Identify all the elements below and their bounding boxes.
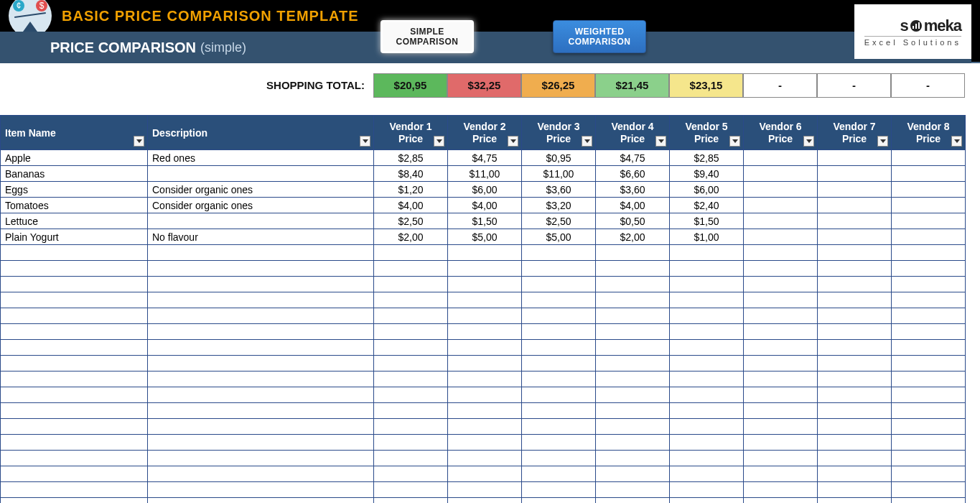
cell-empty[interactable] bbox=[596, 324, 670, 340]
cell-empty[interactable] bbox=[448, 340, 522, 356]
cell-empty[interactable] bbox=[892, 498, 966, 504]
cell-item[interactable]: Tomatoes bbox=[1, 198, 148, 213]
cell-empty[interactable] bbox=[148, 403, 374, 419]
cell-price-v1[interactable]: $2,85 bbox=[374, 150, 448, 166]
cell-price-v3[interactable]: $11,00 bbox=[522, 166, 596, 182]
cell-price-v3[interactable]: $3,20 bbox=[522, 198, 596, 213]
table-row-empty[interactable] bbox=[1, 372, 966, 387]
cell-empty[interactable] bbox=[374, 261, 448, 277]
cell-empty[interactable] bbox=[744, 482, 818, 498]
cell-price-v4[interactable]: $4,00 bbox=[596, 198, 670, 213]
cell-empty[interactable] bbox=[744, 356, 818, 372]
cell-empty[interactable] bbox=[892, 292, 966, 308]
cell-empty[interactable] bbox=[744, 451, 818, 466]
cell-empty[interactable] bbox=[448, 498, 522, 504]
col-vendor-8[interactable]: Vendor 8Price bbox=[892, 116, 966, 150]
simple-comparison-button[interactable]: SIMPLE COMPARISON bbox=[381, 20, 474, 53]
cell-price-v7[interactable] bbox=[818, 150, 892, 166]
cell-description[interactable] bbox=[148, 166, 374, 182]
cell-empty[interactable] bbox=[448, 292, 522, 308]
cell-price-v6[interactable] bbox=[744, 229, 818, 245]
cell-empty[interactable] bbox=[448, 356, 522, 372]
cell-empty[interactable] bbox=[448, 435, 522, 451]
cell-empty[interactable] bbox=[670, 340, 744, 356]
cell-price-v7[interactable] bbox=[818, 229, 892, 245]
table-row-empty[interactable] bbox=[1, 498, 966, 504]
cell-empty[interactable] bbox=[448, 466, 522, 482]
table-row-empty[interactable] bbox=[1, 466, 966, 482]
cell-empty[interactable] bbox=[744, 324, 818, 340]
cell-empty[interactable] bbox=[448, 372, 522, 387]
cell-item[interactable]: Bananas bbox=[1, 166, 148, 182]
cell-empty[interactable] bbox=[448, 387, 522, 403]
col-vendor-1[interactable]: Vendor 1Price bbox=[374, 116, 448, 150]
cell-empty[interactable] bbox=[374, 498, 448, 504]
cell-empty[interactable] bbox=[374, 292, 448, 308]
cell-empty[interactable] bbox=[374, 419, 448, 435]
table-row[interactable]: Plain YogurtNo flavour$2,00$5,00$5,00$2,… bbox=[1, 229, 966, 245]
cell-empty[interactable] bbox=[892, 403, 966, 419]
cell-empty[interactable] bbox=[374, 245, 448, 261]
cell-empty[interactable] bbox=[892, 245, 966, 261]
cell-description[interactable]: Red ones bbox=[148, 150, 374, 166]
cell-empty[interactable] bbox=[744, 308, 818, 324]
cell-empty[interactable] bbox=[1, 451, 148, 466]
cell-empty[interactable] bbox=[892, 435, 966, 451]
cell-empty[interactable] bbox=[148, 308, 374, 324]
cell-empty[interactable] bbox=[744, 498, 818, 504]
cell-empty[interactable] bbox=[522, 451, 596, 466]
table-row-empty[interactable] bbox=[1, 451, 966, 466]
cell-empty[interactable] bbox=[596, 387, 670, 403]
cell-empty[interactable] bbox=[1, 498, 148, 504]
cell-empty[interactable] bbox=[892, 387, 966, 403]
cell-price-v8[interactable] bbox=[892, 198, 966, 213]
table-row[interactable]: Bananas$8,40$11,00$11,00$6,60$9,40 bbox=[1, 166, 966, 182]
cell-empty[interactable] bbox=[670, 466, 744, 482]
cell-empty[interactable] bbox=[522, 419, 596, 435]
cell-empty[interactable] bbox=[522, 245, 596, 261]
cell-empty[interactable] bbox=[818, 372, 892, 387]
cell-empty[interactable] bbox=[1, 308, 148, 324]
cell-empty[interactable] bbox=[522, 372, 596, 387]
cell-empty[interactable] bbox=[744, 403, 818, 419]
cell-empty[interactable] bbox=[374, 435, 448, 451]
cell-empty[interactable] bbox=[148, 451, 374, 466]
cell-empty[interactable] bbox=[596, 372, 670, 387]
cell-price-v4[interactable]: $2,00 bbox=[596, 229, 670, 245]
cell-empty[interactable] bbox=[892, 261, 966, 277]
cell-empty[interactable] bbox=[448, 482, 522, 498]
cell-price-v2[interactable]: $4,75 bbox=[448, 150, 522, 166]
table-row-empty[interactable] bbox=[1, 277, 966, 292]
cell-price-v7[interactable] bbox=[818, 182, 892, 198]
cell-price-v3[interactable]: $3,60 bbox=[522, 182, 596, 198]
cell-empty[interactable] bbox=[522, 340, 596, 356]
cell-price-v4[interactable]: $4,75 bbox=[596, 150, 670, 166]
cell-empty[interactable] bbox=[892, 419, 966, 435]
cell-empty[interactable] bbox=[1, 261, 148, 277]
cell-empty[interactable] bbox=[670, 403, 744, 419]
cell-empty[interactable] bbox=[374, 482, 448, 498]
cell-empty[interactable] bbox=[596, 292, 670, 308]
cell-empty[interactable] bbox=[1, 277, 148, 292]
cell-empty[interactable] bbox=[374, 277, 448, 292]
cell-empty[interactable] bbox=[670, 292, 744, 308]
col-vendor-3[interactable]: Vendor 3Price bbox=[522, 116, 596, 150]
cell-empty[interactable] bbox=[374, 340, 448, 356]
cell-item[interactable]: Apple bbox=[1, 150, 148, 166]
cell-empty[interactable] bbox=[148, 387, 374, 403]
cell-price-v8[interactable] bbox=[892, 182, 966, 198]
cell-empty[interactable] bbox=[818, 324, 892, 340]
cell-empty[interactable] bbox=[596, 277, 670, 292]
filter-dropdown-icon[interactable] bbox=[877, 136, 888, 147]
table-row[interactable]: TomatoesConsider organic ones$4,00$4,00$… bbox=[1, 198, 966, 213]
cell-empty[interactable] bbox=[670, 482, 744, 498]
cell-price-v5[interactable]: $2,40 bbox=[670, 198, 744, 213]
cell-price-v5[interactable]: $1,00 bbox=[670, 229, 744, 245]
cell-price-v8[interactable] bbox=[892, 229, 966, 245]
cell-price-v6[interactable] bbox=[744, 150, 818, 166]
cell-price-v1[interactable]: $1,20 bbox=[374, 182, 448, 198]
cell-price-v8[interactable] bbox=[892, 150, 966, 166]
cell-empty[interactable] bbox=[522, 466, 596, 482]
cell-price-v1[interactable]: $2,00 bbox=[374, 229, 448, 245]
cell-empty[interactable] bbox=[1, 403, 148, 419]
